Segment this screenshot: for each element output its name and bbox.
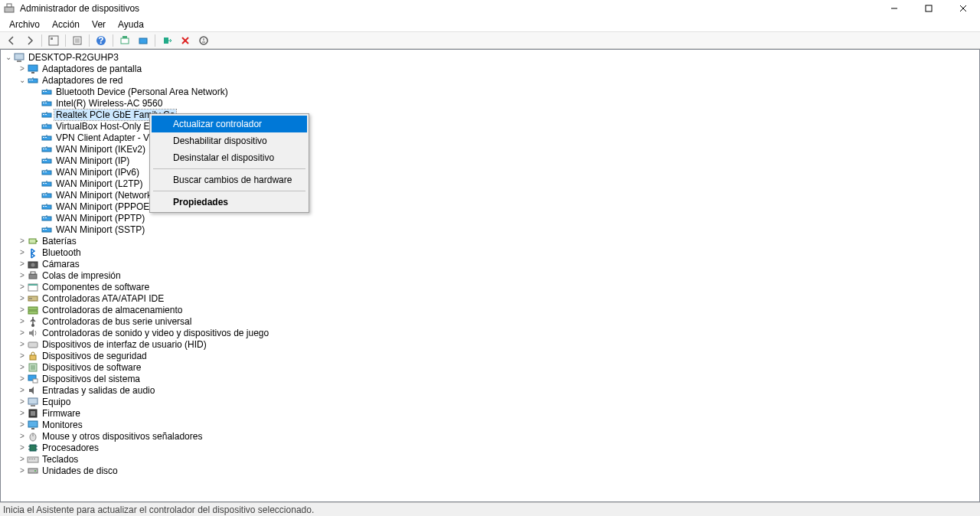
context-menu-item[interactable]: Deshabilitar dispositivo: [152, 132, 307, 149]
tree-category[interactable]: >Adaptadores de pantalla: [4, 63, 976, 74]
disable-device-button[interactable]: [195, 33, 212, 48]
expand-toggle[interactable]: >: [18, 271, 27, 279]
tree-category[interactable]: >Controladoras de almacenamiento: [4, 304, 976, 315]
context-menu-item[interactable]: Actualizar controlador: [152, 116, 307, 132]
back-button[interactable]: [3, 33, 20, 48]
expand-toggle[interactable]: >: [18, 397, 27, 406]
properties-button[interactable]: [69, 33, 86, 48]
tree-item-label[interactable]: Bluetooth Device (Personal Area Network): [54, 87, 230, 97]
tree-item-label[interactable]: Controladoras de sonido y video y dispos…: [41, 328, 270, 338]
tree-item-label[interactable]: Controladoras de bus serie universal: [41, 316, 193, 327]
menu-help[interactable]: Ayuda: [112, 18, 150, 31]
expand-toggle[interactable]: ⌄: [18, 76, 27, 84]
tree-category[interactable]: >Controladoras de bus serie universal: [4, 315, 976, 327]
expand-toggle[interactable]: >: [18, 455, 27, 463]
tree-item-label[interactable]: Colas de impresión: [41, 270, 122, 281]
enable-device-button[interactable]: [158, 33, 175, 48]
expand-toggle[interactable]: >: [18, 64, 27, 73]
tree-device[interactable]: WAN Miniport (SSTP): [4, 224, 976, 235]
tree-item-label[interactable]: Unidades de disco: [41, 465, 119, 476]
expand-toggle[interactable]: ⌄: [4, 53, 13, 61]
tree-item-label[interactable]: WAN Miniport (IKEv2): [54, 144, 147, 155]
tree-item-label[interactable]: Adaptadores de pantalla: [41, 64, 143, 74]
tree-item-label[interactable]: WAN Miniport (IP): [54, 155, 131, 166]
tree-category[interactable]: >Entradas y salidas de audio: [4, 384, 976, 396]
expand-toggle[interactable]: >: [18, 237, 27, 245]
tree-item-label[interactable]: Monitores: [41, 420, 84, 430]
context-menu-item[interactable]: Buscar cambios de hardware: [152, 171, 307, 188]
help-button[interactable]: ?: [93, 33, 109, 48]
tree-category[interactable]: >Bluetooth: [4, 247, 976, 258]
expand-toggle[interactable]: >: [18, 351, 27, 360]
tree-category[interactable]: >Controladoras de sonido y video y dispo…: [4, 327, 976, 338]
tree-category[interactable]: >Dispositivos de seguridad: [4, 350, 976, 361]
context-menu-item[interactable]: Desinstalar el dispositivo: [152, 149, 307, 166]
forward-button[interactable]: [21, 33, 38, 48]
menu-file[interactable]: Archivo: [3, 18, 46, 31]
tree-category[interactable]: >Dispositivos de interfaz de usuario (HI…: [4, 338, 976, 350]
tree-root-node[interactable]: ⌄DESKTOP-R2GUHP3: [4, 51, 976, 63]
expand-toggle[interactable]: >: [18, 294, 27, 302]
uninstall-device-button[interactable]: [177, 33, 194, 48]
menu-action[interactable]: Acción: [46, 18, 86, 31]
tree-item-label[interactable]: Equipo: [41, 397, 72, 407]
tree-item-label[interactable]: Entradas y salidas de audio: [41, 385, 156, 396]
tree-category[interactable]: >Dispositivos del sistema: [4, 373, 976, 384]
tree-item-label[interactable]: Dispositivos de software: [41, 362, 142, 373]
tree-item-label[interactable]: WAN Miniport (PPTP): [54, 213, 146, 224]
tree-item-label[interactable]: WAN Miniport (PPPOE): [54, 201, 154, 212]
expand-toggle[interactable]: >: [18, 409, 27, 417]
tree-item-label[interactable]: Adaptadores de red: [41, 75, 124, 86]
device-tree[interactable]: ⌄DESKTOP-R2GUHP3>Adaptadores de pantalla…: [0, 49, 980, 502]
tree-item-label[interactable]: Controladoras ATA/ATAPI IDE: [41, 293, 165, 304]
context-menu-item[interactable]: Propiedades: [152, 194, 307, 211]
tree-category[interactable]: >Unidades de disco: [4, 465, 976, 476]
expand-toggle[interactable]: >: [18, 340, 27, 348]
tree-device[interactable]: Intel(R) Wireless-AC 9560: [4, 97, 976, 109]
tree-category[interactable]: >Equipo: [4, 396, 976, 407]
tree-category[interactable]: >Teclados: [4, 453, 976, 465]
show-hide-console-tree-button[interactable]: [45, 33, 62, 48]
scan-hardware-button[interactable]: [116, 33, 133, 48]
minimize-button[interactable]: [877, 0, 911, 17]
menu-view[interactable]: Ver: [86, 18, 112, 31]
tree-item-label[interactable]: Bluetooth: [41, 247, 83, 258]
tree-category[interactable]: >Baterías: [4, 235, 976, 247]
expand-toggle[interactable]: >: [18, 420, 27, 429]
tree-category[interactable]: >Monitores: [4, 419, 976, 430]
tree-item-label[interactable]: Dispositivos del sistema: [41, 374, 142, 384]
tree-category[interactable]: >Dispositivos de software: [4, 361, 976, 373]
tree-category[interactable]: ⌄Adaptadores de red: [4, 74, 976, 86]
expand-toggle[interactable]: >: [18, 363, 27, 371]
close-button[interactable]: [946, 0, 980, 17]
expand-toggle[interactable]: >: [18, 328, 27, 337]
tree-category[interactable]: >Cámaras: [4, 258, 976, 269]
tree-device[interactable]: WAN Miniport (PPTP): [4, 212, 976, 224]
expand-toggle[interactable]: >: [18, 282, 27, 291]
tree-item-label[interactable]: WAN Miniport (L2TP): [54, 178, 145, 189]
tree-item-label[interactable]: DESKTOP-R2GUHP3: [27, 52, 120, 63]
tree-item-label[interactable]: Intel(R) Wireless-AC 9560: [54, 98, 164, 109]
tree-item-label[interactable]: Baterías: [41, 236, 78, 247]
expand-toggle[interactable]: >: [18, 248, 27, 256]
tree-item-label[interactable]: WAN Miniport (IPv6): [54, 167, 141, 178]
tree-item-label[interactable]: Procesadores: [41, 443, 100, 453]
expand-toggle[interactable]: >: [18, 432, 27, 440]
expand-toggle[interactable]: >: [18, 466, 27, 475]
tree-item-label[interactable]: Firmware: [41, 408, 82, 419]
update-driver-button[interactable]: [135, 33, 152, 48]
expand-toggle[interactable]: >: [18, 317, 27, 325]
tree-item-label[interactable]: Dispositivos de seguridad: [41, 351, 149, 361]
expand-toggle[interactable]: >: [18, 305, 27, 314]
tree-item-label[interactable]: Mouse y otros dispositivos señaladores: [41, 431, 204, 442]
tree-category[interactable]: >Controladoras ATA/ATAPI IDE: [4, 292, 976, 304]
expand-toggle[interactable]: >: [18, 374, 27, 383]
tree-item-label[interactable]: Componentes de software: [41, 282, 151, 292]
expand-toggle[interactable]: >: [18, 260, 27, 268]
tree-category[interactable]: >Procesadores: [4, 442, 976, 453]
tree-item-label[interactable]: Controladoras de almacenamiento: [41, 305, 184, 315]
tree-item-label[interactable]: Cámaras: [41, 259, 81, 269]
maximize-button[interactable]: [911, 0, 946, 17]
tree-item-label[interactable]: WAN Miniport (SSTP): [54, 224, 146, 235]
expand-toggle[interactable]: >: [18, 443, 27, 452]
